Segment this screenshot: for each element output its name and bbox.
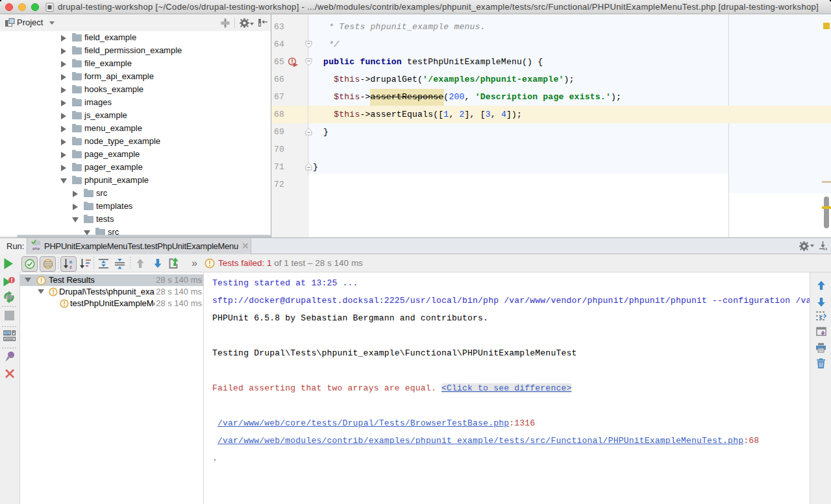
svg-text:z: z	[69, 264, 72, 269]
svg-text:php: php	[32, 246, 40, 250]
